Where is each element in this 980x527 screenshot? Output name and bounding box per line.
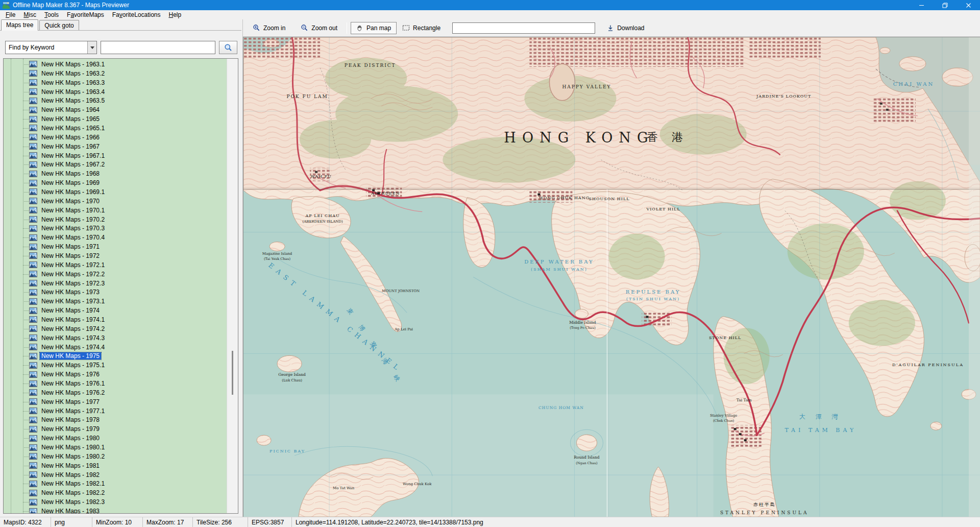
- minimize-button[interactable]: [910, 0, 933, 10]
- tree-item-label: New HK Maps - 1974.1: [40, 316, 106, 323]
- tree-item[interactable]: New HK Maps - 1970.2: [4, 215, 227, 224]
- menu-favoritemaps[interactable]: FavoriteMaps: [63, 11, 108, 19]
- tree-item[interactable]: New HK Maps - 1974: [4, 306, 227, 315]
- tree-connector: [23, 110, 29, 110]
- status-segment: png: [51, 517, 92, 527]
- tree-scrollbar-thumb[interactable]: [232, 351, 233, 395]
- menu-file[interactable]: File: [2, 11, 19, 19]
- tree-item-label: New HK Maps - 1975.1: [40, 362, 106, 369]
- tree-item[interactable]: New HK Maps - 1982.3: [4, 497, 227, 507]
- tree-item[interactable]: New HK Maps - 1973: [4, 288, 227, 297]
- tree-item[interactable]: New HK Maps - 1972.3: [4, 279, 227, 288]
- tree-item[interactable]: New HK Maps - 1981: [4, 461, 227, 470]
- close-button[interactable]: [957, 0, 980, 10]
- tree-item[interactable]: New HK Maps - 1974.3: [4, 333, 227, 343]
- tree-item[interactable]: New HK Maps - 1973.1: [4, 297, 227, 306]
- map-layer-icon: [29, 398, 37, 405]
- tree-item[interactable]: New HK Maps - 1974.2: [4, 324, 227, 333]
- tree-item[interactable]: New HK Maps - 1964: [4, 105, 227, 114]
- tree-item[interactable]: New HK Maps - 1978: [4, 416, 227, 425]
- tree-item[interactable]: New HK Maps - 1974.4: [4, 343, 227, 352]
- map-canvas[interactable]: HONG KONG香 港PEAK DISTRICTPOK FU LAMHAPPY…: [243, 37, 980, 517]
- chevron-down-icon[interactable]: [87, 41, 96, 54]
- tree-item[interactable]: New HK Maps - 1967.2: [4, 160, 227, 169]
- tree-item[interactable]: New HK Maps - 1976.2: [4, 388, 227, 397]
- tree-item[interactable]: New HK Maps - 1966: [4, 133, 227, 142]
- tree-item[interactable]: New HK Maps - 1976.1: [4, 379, 227, 388]
- tree-item[interactable]: New HK Maps - 1970.4: [4, 233, 227, 242]
- pan-map-button[interactable]: Pan map: [351, 22, 397, 34]
- map-layer-icon: [29, 408, 37, 414]
- menu-tools[interactable]: Tools: [40, 11, 63, 19]
- tree-item[interactable]: New HK Maps - 1980.2: [4, 452, 227, 461]
- tree-item-label: New HK Maps - 1980: [40, 435, 101, 442]
- search-button[interactable]: [219, 41, 237, 54]
- tree-item[interactable]: New HK Maps - 1976: [4, 370, 227, 379]
- tree-connector: [23, 292, 29, 293]
- tree-connector: [23, 137, 29, 138]
- download-button[interactable]: Download: [601, 22, 650, 34]
- toolbar-input[interactable]: [452, 22, 595, 34]
- tree-item[interactable]: New HK Maps - 1965.1: [4, 124, 227, 133]
- menu-favoritelocations[interactable]: FavoriteLocations: [108, 11, 165, 19]
- tree-item[interactable]: New HK Maps - 1974.1: [4, 315, 227, 324]
- tree-item[interactable]: New HK Maps - 1975: [4, 352, 227, 361]
- tree-item[interactable]: New HK Maps - 1982.1: [4, 480, 227, 489]
- tree-item[interactable]: New HK Maps - 1970.1: [4, 206, 227, 215]
- tree-item[interactable]: New HK Maps - 1967.1: [4, 151, 227, 160]
- tree-item[interactable]: New HK Maps - 1963.3: [4, 78, 227, 87]
- tree-item[interactable]: New HK Maps - 1963.1: [4, 60, 227, 69]
- tree-item[interactable]: New HK Maps - 1972.2: [4, 270, 227, 279]
- tree-item[interactable]: New HK Maps - 1965: [4, 114, 227, 124]
- tree-item[interactable]: New HK Maps - 1971: [4, 242, 227, 251]
- tree-connector: [23, 183, 29, 183]
- tree-item[interactable]: New HK Maps - 1983: [4, 507, 227, 514]
- tree-item[interactable]: New HK Maps - 1972: [4, 251, 227, 260]
- tree-item[interactable]: New HK Maps - 1970: [4, 197, 227, 206]
- tree-item[interactable]: New HK Maps - 1982: [4, 470, 227, 480]
- map-layer-icon: [29, 134, 37, 140]
- tree-connector: [23, 156, 29, 156]
- tree-item[interactable]: New HK Maps - 1972.1: [4, 260, 227, 270]
- tree-item[interactable]: New HK Maps - 1967: [4, 142, 227, 151]
- search-input[interactable]: [101, 41, 215, 54]
- map-layer-icon: [29, 481, 37, 487]
- zoom-in-button[interactable]: Zoom in: [247, 21, 291, 34]
- tree-item-label: New HK Maps - 1979: [40, 425, 101, 433]
- tree-item[interactable]: New HK Maps - 1977.1: [4, 406, 227, 416]
- tab-maps-tree[interactable]: Maps tree: [1, 19, 38, 31]
- zoom-in-icon: [253, 24, 260, 32]
- tree-item-label: New HK Maps - 1977.1: [40, 408, 106, 415]
- tree-item[interactable]: New HK Maps - 1977: [4, 397, 227, 406]
- tree-connector: [23, 210, 29, 211]
- menu-misc[interactable]: Misc: [19, 11, 40, 19]
- maximize-button[interactable]: [933, 0, 957, 10]
- map-layer-icon: [29, 271, 37, 277]
- tree-item[interactable]: New HK Maps - 1979: [4, 424, 227, 434]
- zoom-out-button[interactable]: Zoom out: [295, 21, 343, 34]
- tree-item[interactable]: New HK Maps - 1975.1: [4, 361, 227, 370]
- tree-item[interactable]: New HK Maps - 1968: [4, 169, 227, 178]
- restore-icon: [942, 3, 948, 8]
- tree-item[interactable]: New HK Maps - 1963.2: [4, 69, 227, 78]
- tree-item[interactable]: New HK Maps - 1969.1: [4, 187, 227, 197]
- tree-item[interactable]: New HK Maps - 1980: [4, 434, 227, 443]
- tree-connector: [23, 438, 29, 439]
- tree-scrollbar[interactable]: [227, 59, 238, 513]
- tree-connector: [23, 64, 29, 65]
- menu-help[interactable]: Help: [165, 11, 186, 19]
- find-mode-dropdown[interactable]: Find by Keyword: [5, 41, 97, 54]
- tree-item[interactable]: New HK Maps - 1982.2: [4, 488, 227, 497]
- pan-hand-icon: [356, 25, 363, 32]
- tree-item-label: New HK Maps - 1970: [40, 198, 101, 205]
- tree-item[interactable]: New HK Maps - 1970.3: [4, 224, 227, 233]
- tree-item[interactable]: New HK Maps - 1963.4: [4, 87, 227, 97]
- tree-item[interactable]: New HK Maps - 1969: [4, 178, 227, 187]
- map-layer-icon: [29, 353, 37, 360]
- rectangle-button[interactable]: Rectangle: [397, 22, 446, 34]
- tab-quick-goto[interactable]: Quick goto: [39, 20, 79, 30]
- sidebar-tabs: Maps tree Quick goto: [0, 19, 242, 30]
- tree-item[interactable]: New HK Maps - 1980.1: [4, 443, 227, 452]
- tree-item[interactable]: New HK Maps - 1963.5: [4, 96, 227, 105]
- tree-item-label: New HK Maps - 1977: [40, 398, 101, 405]
